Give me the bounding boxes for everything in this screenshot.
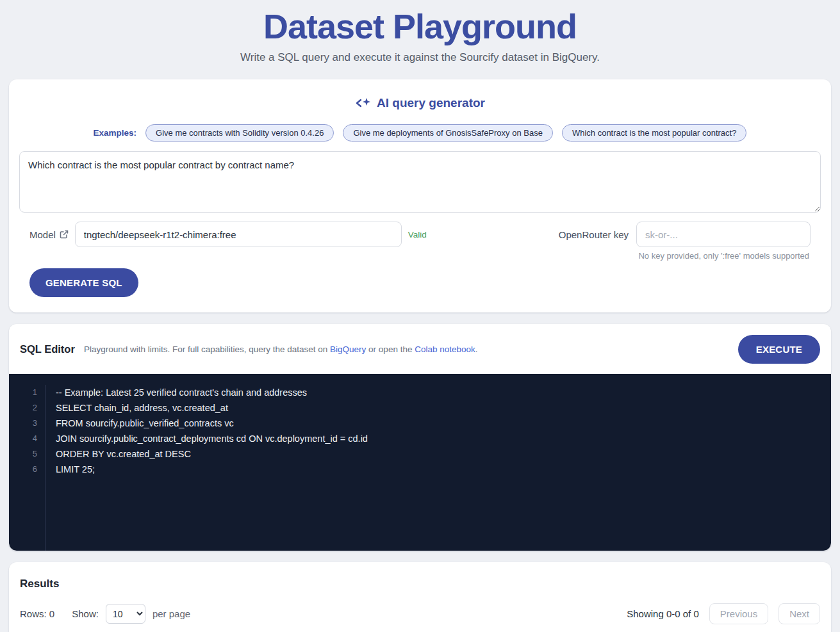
code-line[interactable]: -- Example: Latest 25 verified contract'… (56, 385, 368, 400)
model-valid-status: Valid (408, 230, 427, 239)
editor-desc-mid: or open the (366, 344, 415, 354)
next-button[interactable]: Next (778, 603, 820, 624)
model-input[interactable] (75, 222, 402, 247)
generator-header: AI query generator (19, 96, 821, 110)
editor-desc-end: . (475, 344, 478, 354)
sql-editor-description: Playground with limits. For full capabil… (84, 344, 478, 354)
page-header: Dataset Playground Write a SQL query and… (0, 0, 840, 64)
model-label: Model (29, 229, 69, 240)
key-note: No key provided, only ':free' models sup… (19, 251, 809, 261)
show-label: Show: (72, 608, 99, 619)
generate-sql-button[interactable]: GENERATE SQL (29, 268, 138, 297)
model-row: Model Valid OpenRouter key (29, 222, 811, 247)
line-number: 5 (9, 446, 37, 462)
example-pill-most-popular[interactable]: Which contract is the most popular contr… (562, 124, 747, 142)
page-subtitle: Write a SQL query and execute it against… (0, 51, 840, 64)
code-sparkle-icon (355, 97, 372, 109)
bigquery-link[interactable]: BigQuery (330, 344, 366, 354)
results-card: Results Rows: 0 Show: 10 per page Showin… (9, 562, 831, 632)
per-page-label: per page (152, 608, 190, 619)
ai-query-generator-card: AI query generator Examples: Give me con… (9, 79, 831, 312)
line-number: 3 (9, 416, 37, 431)
external-link-icon[interactable] (60, 230, 69, 239)
sql-code-editor[interactable]: 1 2 3 4 5 6 -- Example: Latest 25 verifi… (9, 374, 831, 551)
example-pill-solidity-version[interactable]: Give me contracts with Solidity version … (145, 124, 334, 142)
sql-editor-header: SQL Editor Playground with limits. For f… (9, 324, 831, 374)
line-number: 6 (9, 462, 37, 477)
line-number-gutter: 1 2 3 4 5 6 (9, 385, 45, 551)
examples-row: Examples: Give me contracts with Solidit… (19, 124, 821, 142)
results-controls: Rows: 0 Show: 10 per page Showing 0-0 of… (20, 603, 820, 624)
code-line[interactable]: JOIN sourcify.public_contract_deployment… (56, 431, 368, 446)
code-line[interactable]: ORDER BY vc.created_at DESC (56, 446, 368, 462)
code-lines[interactable]: -- Example: Latest 25 verified contract'… (45, 385, 368, 551)
previous-button[interactable]: Previous (709, 603, 768, 624)
examples-label: Examples: (94, 128, 137, 138)
openrouter-key-input[interactable] (636, 222, 811, 247)
prompt-textarea[interactable]: Which contract is the most popular contr… (19, 151, 821, 213)
page-title: Dataset Playground (0, 4, 840, 49)
results-title: Results (20, 578, 820, 590)
code-line[interactable]: SELECT chain_id, address, vc.created_at (56, 400, 368, 416)
example-pill-gnosissafeproxy[interactable]: Give me deployments of GnosisSafeProxy o… (343, 124, 553, 142)
openrouter-key-label: OpenRouter key (559, 229, 629, 240)
execute-button[interactable]: EXECUTE (738, 335, 820, 364)
line-number: 1 (9, 385, 37, 400)
line-number: 4 (9, 431, 37, 446)
line-number: 2 (9, 400, 37, 416)
sql-editor-card: SQL Editor Playground with limits. For f… (9, 324, 831, 551)
editor-desc-pre: Playground with limits. For full capabil… (84, 344, 330, 354)
showing-range: Showing 0-0 of 0 (627, 608, 699, 619)
code-line[interactable]: LIMIT 25; (56, 462, 368, 477)
sql-editor-title: SQL Editor (20, 343, 75, 355)
code-line[interactable]: FROM sourcify.public_verified_contracts … (56, 416, 368, 431)
page-size-select[interactable]: 10 (106, 604, 145, 624)
model-label-text: Model (29, 229, 56, 240)
colab-notebook-link[interactable]: Colab notebook (415, 344, 475, 354)
rows-count: Rows: 0 (20, 608, 54, 619)
generator-title: AI query generator (377, 96, 485, 110)
